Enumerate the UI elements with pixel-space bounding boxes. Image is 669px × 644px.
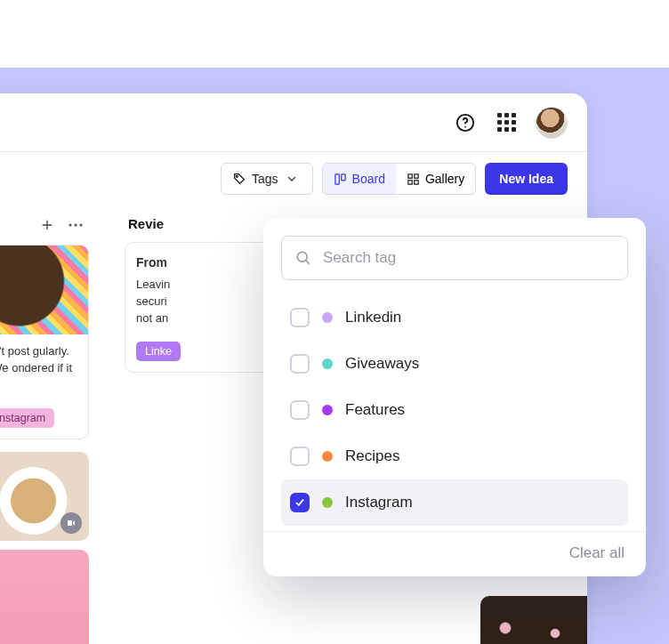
svg-point-2 xyxy=(236,175,238,177)
tag-chip[interactable]: Linke xyxy=(136,342,181,361)
svg-point-9 xyxy=(69,223,71,226)
checkbox[interactable] xyxy=(290,447,310,466)
new-idea-button[interactable]: New Idea xyxy=(485,163,568,195)
column-progress: progress 3 .6 percent of profiles didn't… xyxy=(0,211,89,644)
tag-label: Features xyxy=(345,401,405,419)
checkbox[interactable] xyxy=(290,354,310,374)
svg-rect-6 xyxy=(415,173,418,177)
tag-row[interactable]: Linkedin xyxy=(281,294,628,341)
svg-rect-7 xyxy=(408,180,412,183)
video-badge-icon xyxy=(60,512,82,534)
svg-rect-3 xyxy=(334,173,338,183)
help-icon[interactable] xyxy=(454,111,477,134)
apps-icon[interactable] xyxy=(495,111,518,134)
tag-color-dot xyxy=(322,312,333,323)
column-more-icon[interactable] xyxy=(66,223,85,227)
tag-color-dot xyxy=(322,405,333,415)
card-tags: eature Recipes Instagram xyxy=(0,405,88,439)
svg-point-11 xyxy=(79,223,82,226)
thumb-grid xyxy=(0,452,89,644)
column-title: Revie xyxy=(128,216,164,231)
svg-rect-8 xyxy=(415,180,418,183)
card-image xyxy=(0,246,88,334)
tag-label: Recipes xyxy=(345,447,399,465)
svg-rect-4 xyxy=(341,173,344,180)
view-board-label: Board xyxy=(352,172,385,186)
tag-popover: LinkedinGiveawaysFeaturesRecipesInstagra… xyxy=(263,218,646,576)
tags-button[interactable]: Tags xyxy=(221,163,313,195)
thumb-item[interactable] xyxy=(0,550,89,644)
idea-card[interactable]: .6 percent of profiles didn't post gular… xyxy=(0,245,89,439)
view-gallery-label: Gallery xyxy=(425,172,464,186)
checkbox[interactable] xyxy=(290,308,310,327)
thumb-strip xyxy=(480,596,587,644)
tag-list: LinkedinGiveawaysFeaturesRecipesInstagra… xyxy=(263,289,646,531)
clear-all-button[interactable]: Clear all xyxy=(569,544,625,562)
add-card-button[interactable] xyxy=(37,218,57,232)
tag-row[interactable]: Instagram xyxy=(281,479,628,526)
checkbox[interactable] xyxy=(290,493,310,512)
new-idea-label: New Idea xyxy=(499,172,553,186)
search-icon xyxy=(294,249,312,267)
svg-point-1 xyxy=(464,125,466,127)
tag-chip[interactable]: Instagram xyxy=(0,408,54,428)
tag-label: Instagram xyxy=(345,494,413,511)
tag-row[interactable]: Recipes xyxy=(281,433,628,479)
tag-color-dot xyxy=(322,451,333,462)
tag-label: Linkedin xyxy=(345,309,401,326)
search-field[interactable] xyxy=(281,236,628,280)
tag-row[interactable]: Giveaways xyxy=(281,341,628,387)
thumb-item[interactable] xyxy=(480,596,587,644)
avatar[interactable] xyxy=(536,107,568,139)
view-gallery[interactable]: Gallery xyxy=(396,164,475,194)
tag-row[interactable]: Features xyxy=(281,387,628,433)
topbar xyxy=(0,93,587,152)
svg-point-10 xyxy=(74,223,77,226)
svg-point-12 xyxy=(297,252,307,262)
thumb-item[interactable] xyxy=(0,452,89,541)
chevron-down-icon xyxy=(287,174,296,183)
tags-label: Tags xyxy=(252,172,278,186)
card-text: .6 percent of profiles didn't post gular… xyxy=(0,334,88,405)
toolbar: Tags Board Gallery New Idea xyxy=(0,152,587,211)
tag-color-dot xyxy=(322,497,333,508)
tag-color-dot xyxy=(322,358,333,369)
view-toggle: Board Gallery xyxy=(322,163,477,195)
view-board[interactable]: Board xyxy=(323,164,396,194)
search-input[interactable] xyxy=(323,249,615,267)
svg-rect-5 xyxy=(408,173,412,177)
checkbox[interactable] xyxy=(290,400,310,420)
tag-label: Giveaways xyxy=(345,355,419,373)
